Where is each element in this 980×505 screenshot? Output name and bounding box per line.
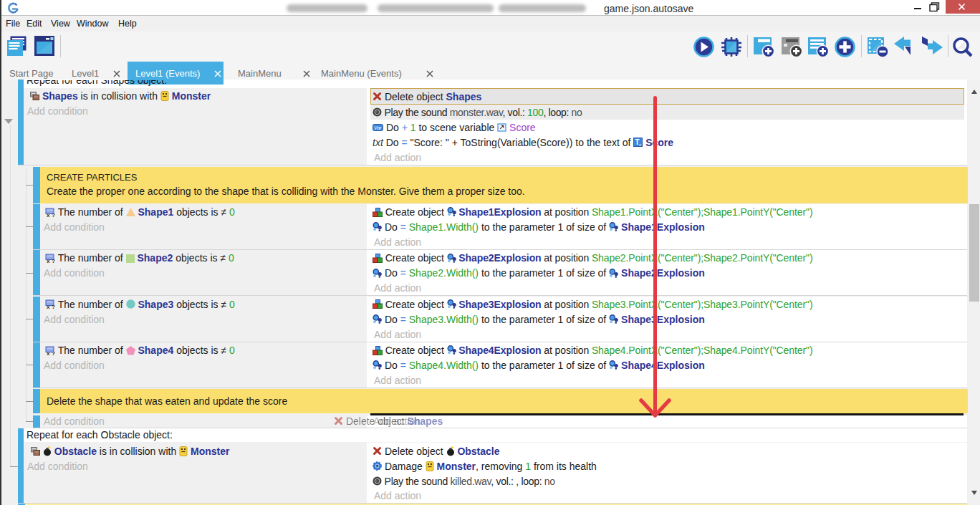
svg-text:x: x (47, 350, 50, 355)
svg-text:?: ? (52, 258, 55, 263)
svg-text:?: ? (52, 350, 55, 355)
svg-text:?: ? (52, 304, 55, 309)
svg-text:x: x (47, 212, 50, 217)
svg-text:x: x (47, 304, 50, 309)
svg-text:Var: Var (374, 125, 382, 130)
svg-text:x: x (47, 258, 50, 263)
svg-text:?: ? (52, 212, 55, 217)
